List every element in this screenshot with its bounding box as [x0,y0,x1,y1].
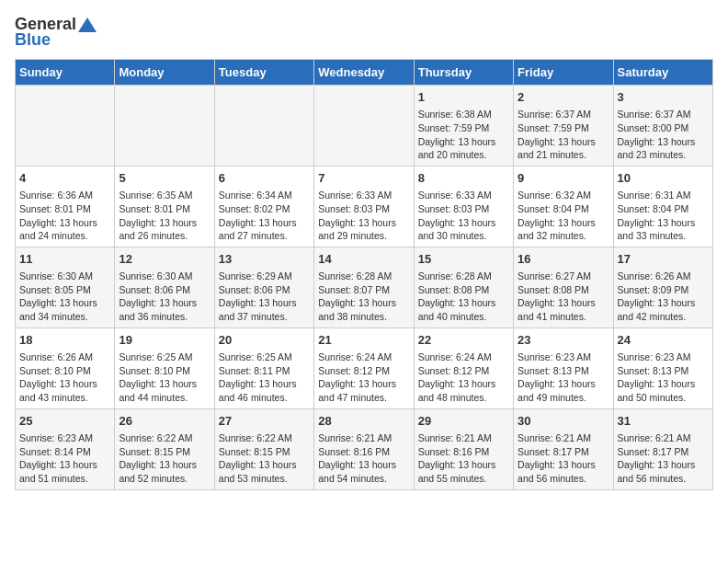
day-info: Sunrise: 6:23 AM [618,350,709,364]
day-info: Daylight: 13 hours [119,377,210,391]
day-info: Sunset: 7:59 PM [418,121,509,135]
day-info: Daylight: 13 hours [518,216,609,230]
day-info: Sunset: 8:09 PM [618,283,709,297]
day-number: 26 [119,413,210,430]
day-info: Sunset: 8:10 PM [19,364,110,378]
day-info: Sunrise: 6:37 AM [518,108,609,121]
day-info: Sunset: 8:02 PM [219,202,310,216]
day-info: Daylight: 13 hours [318,377,409,391]
day-info: and 23 minutes. [618,148,709,162]
day-number: 7 [318,170,409,187]
day-info: Daylight: 13 hours [318,458,409,472]
day-number: 24 [618,332,709,349]
day-number: 27 [219,413,310,430]
calendar-cell: 14Sunrise: 6:28 AMSunset: 8:07 PMDayligh… [314,247,414,327]
day-info: Sunset: 8:03 PM [418,202,509,216]
day-number: 3 [618,89,709,106]
day-info: Daylight: 13 hours [418,377,509,391]
day-info: Sunrise: 6:24 AM [318,350,409,364]
day-info: Sunrise: 6:21 AM [518,431,609,445]
day-info: and 43 minutes. [19,391,110,405]
day-info: Sunrise: 6:28 AM [318,270,409,283]
calendar-cell [314,86,414,167]
day-info: and 48 minutes. [418,391,509,405]
day-number: 5 [119,170,210,187]
day-info: Sunset: 8:17 PM [518,445,609,459]
day-info: Daylight: 13 hours [219,458,310,472]
calendar-cell: 2Sunrise: 6:37 AMSunset: 7:59 PMDaylight… [514,86,613,167]
day-info: Sunrise: 6:21 AM [618,431,709,445]
day-info: Sunset: 8:03 PM [318,202,409,216]
calendar-cell: 26Sunrise: 6:22 AMSunset: 8:15 PMDayligh… [115,408,214,489]
day-number: 16 [518,251,609,268]
day-info: Daylight: 13 hours [219,216,310,230]
day-info: Sunset: 8:01 PM [119,202,210,216]
calendar-cell: 15Sunrise: 6:28 AMSunset: 8:08 PMDayligh… [414,247,513,327]
calendar-cell: 25Sunrise: 6:23 AMSunset: 8:14 PMDayligh… [16,408,115,489]
calendar-cell: 24Sunrise: 6:23 AMSunset: 8:13 PMDayligh… [613,327,712,408]
day-info: Daylight: 13 hours [618,135,709,149]
day-info: Daylight: 13 hours [418,458,509,472]
day-number: 11 [19,251,110,268]
day-number: 9 [518,170,609,187]
day-info: Sunrise: 6:25 AM [219,350,310,364]
calendar-cell: 1Sunrise: 6:38 AMSunset: 7:59 PMDaylight… [414,86,513,167]
day-info: Sunset: 8:08 PM [518,283,609,297]
calendar-cell: 3Sunrise: 6:37 AMSunset: 8:00 PMDaylight… [613,86,712,167]
day-number: 10 [618,170,709,187]
day-info: Sunrise: 6:38 AM [418,108,509,121]
day-header-thursday: Thursday [414,60,513,86]
day-info: Daylight: 13 hours [119,296,210,310]
day-info: Daylight: 13 hours [19,458,110,472]
day-info: Daylight: 13 hours [418,216,509,230]
day-number: 15 [418,251,509,268]
day-number: 18 [19,332,110,349]
day-info: Daylight: 13 hours [618,296,709,310]
day-info: Sunset: 8:00 PM [618,121,709,135]
day-info: Sunrise: 6:33 AM [318,189,409,202]
day-info: and 36 minutes. [119,310,210,324]
day-info: and 55 minutes. [418,472,509,486]
day-info: and 56 minutes. [618,472,709,486]
day-info: and 44 minutes. [119,391,210,405]
day-info: Sunrise: 6:26 AM [19,350,110,364]
day-info: Sunrise: 6:34 AM [219,189,310,202]
day-header-sunday: Sunday [16,60,115,86]
day-info: and 42 minutes. [618,310,709,324]
day-info: Sunrise: 6:35 AM [119,189,210,202]
day-info: Daylight: 13 hours [618,377,709,391]
calendar-cell: 16Sunrise: 6:27 AMSunset: 8:08 PMDayligh… [514,247,613,327]
day-info: and 46 minutes. [219,391,310,405]
logo: General Blue [15,15,97,50]
day-number: 13 [219,251,310,268]
day-info: Sunrise: 6:37 AM [618,108,709,121]
day-info: Daylight: 13 hours [19,216,110,230]
day-info: Sunrise: 6:24 AM [418,350,509,364]
day-number: 21 [318,332,409,349]
day-info: Sunset: 8:04 PM [518,202,609,216]
day-header-monday: Monday [115,60,214,86]
day-info: and 29 minutes. [318,229,409,243]
day-info: and 51 minutes. [19,472,110,486]
day-info: Sunrise: 6:29 AM [219,270,310,283]
day-info: Sunset: 8:10 PM [119,364,210,378]
calendar-cell: 17Sunrise: 6:26 AMSunset: 8:09 PMDayligh… [613,247,712,327]
day-number: 2 [518,89,609,106]
day-info: Sunset: 8:15 PM [119,445,210,459]
calendar-cell: 12Sunrise: 6:30 AMSunset: 8:06 PMDayligh… [115,247,214,327]
day-info: Sunset: 8:11 PM [219,364,310,378]
logo-blue-text: Blue [15,30,51,50]
day-info: Sunset: 8:01 PM [19,202,110,216]
day-info: Sunset: 8:15 PM [219,445,310,459]
week-row-1: 1Sunrise: 6:38 AMSunset: 7:59 PMDaylight… [16,86,713,167]
day-number: 8 [418,170,509,187]
calendar-cell: 6Sunrise: 6:34 AMSunset: 8:02 PMDaylight… [214,166,313,247]
calendar-cell: 8Sunrise: 6:33 AMSunset: 8:03 PMDaylight… [414,166,513,247]
day-info: and 54 minutes. [318,472,409,486]
day-info: Sunrise: 6:27 AM [518,270,609,283]
day-info: Sunset: 8:16 PM [318,445,409,459]
day-info: and 20 minutes. [418,148,509,162]
day-info: Daylight: 13 hours [119,216,210,230]
day-info: Sunrise: 6:22 AM [219,431,310,445]
day-info: Daylight: 13 hours [418,296,509,310]
